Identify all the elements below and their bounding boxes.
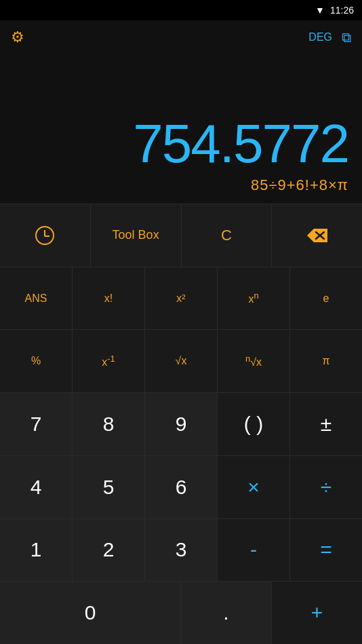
one-button[interactable]: 1 — [0, 519, 73, 582]
three-label: 3 — [176, 538, 187, 561]
backspace-button[interactable] — [272, 204, 362, 267]
zero-label: 0 — [85, 601, 96, 624]
five-label: 5 — [103, 476, 115, 499]
top-bar: ⚙ DEG ⧉ — [0, 20, 362, 54]
divide-button[interactable]: ÷ — [290, 456, 362, 518]
two-button[interactable]: 2 — [73, 519, 145, 582]
history-button[interactable] — [0, 204, 91, 267]
pi-label: π — [322, 355, 329, 367]
plusminus-button[interactable]: ± — [290, 393, 362, 455]
toolbox-button[interactable]: Tool Box — [91, 204, 182, 267]
multiply-label: × — [247, 476, 260, 499]
divide-label: ÷ — [321, 476, 331, 499]
expression: 85÷9+6!+8×π — [251, 176, 348, 194]
percent-button[interactable]: % — [0, 330, 73, 392]
clear-label: C — [221, 227, 232, 244]
eight-button[interactable]: 8 — [73, 393, 145, 455]
toolbox-row: Tool Box C — [0, 204, 362, 267]
wifi-icon: ▼ — [315, 5, 325, 16]
zero-button[interactable]: 0 — [0, 582, 181, 644]
percent-label: % — [31, 355, 41, 367]
seven-label: 7 — [31, 413, 42, 436]
factorial-label: x! — [104, 292, 113, 305]
plusminus-label: ± — [321, 413, 331, 436]
gear-icon[interactable]: ⚙ — [11, 29, 24, 46]
main-result: 754.5772 — [133, 117, 348, 171]
display-area: 754.5772 85÷9+6!+8×π — [0, 54, 362, 204]
decimal-label: . — [223, 601, 228, 624]
sqrt-label: √x — [176, 355, 187, 367]
clear-button[interactable]: C — [182, 204, 273, 267]
factorial-button[interactable]: x! — [73, 267, 145, 330]
minus-label: - — [250, 538, 257, 561]
four-label: 4 — [31, 476, 42, 499]
seven-button[interactable]: 7 — [0, 393, 73, 455]
status-bar: ▼ 11:26 — [0, 0, 362, 20]
equals-label: = — [320, 538, 332, 561]
six-button[interactable]: 6 — [145, 456, 218, 518]
toolbox-label: Tool Box — [113, 228, 159, 242]
svg-marker-0 — [307, 229, 327, 242]
eight-label: 8 — [103, 413, 115, 436]
row-percent: % x-1 √x n√x π — [0, 329, 362, 392]
row-ans: ANS x! x² xn e — [0, 267, 362, 330]
euler-button[interactable]: e — [290, 267, 362, 330]
status-time: 11:26 — [330, 5, 354, 16]
plus-button[interactable]: + — [272, 582, 362, 644]
inverse-label: x-1 — [102, 354, 115, 368]
two-label: 2 — [103, 538, 115, 561]
three-button[interactable]: 3 — [145, 519, 218, 582]
squared-button[interactable]: x² — [145, 267, 218, 330]
decimal-button[interactable]: . — [181, 582, 272, 644]
multiply-button[interactable]: × — [218, 456, 290, 518]
power-label: xn — [248, 290, 258, 305]
paren-button[interactable]: ( ) — [218, 393, 290, 455]
nine-button[interactable]: 9 — [145, 393, 218, 455]
nthroot-button[interactable]: n√x — [218, 330, 290, 392]
six-label: 6 — [176, 476, 187, 499]
squared-label: x² — [176, 292, 185, 305]
equals-button[interactable]: = — [290, 519, 362, 582]
top-bar-right: DEG ⧉ — [308, 30, 351, 45]
power-button[interactable]: xn — [218, 267, 290, 330]
row-789: 7 8 9 ( ) ± — [0, 392, 362, 455]
row-123: 1 2 3 - = — [0, 518, 362, 582]
one-label: 1 — [31, 538, 42, 561]
backspace-icon — [306, 227, 329, 244]
four-button[interactable]: 4 — [0, 456, 73, 518]
row-456: 4 5 6 × ÷ — [0, 455, 362, 518]
history-icon — [35, 226, 54, 245]
five-button[interactable]: 5 — [73, 456, 145, 518]
minus-button[interactable]: - — [218, 519, 290, 582]
inverse-button[interactable]: x-1 — [73, 330, 145, 392]
ans-button[interactable]: ANS — [0, 267, 73, 330]
plus-label: + — [311, 601, 323, 624]
paren-label: ( ) — [244, 413, 263, 436]
pi-button[interactable]: π — [290, 330, 362, 392]
nthroot-label: n√x — [245, 354, 262, 368]
sqrt-button[interactable]: √x — [145, 330, 218, 392]
copy-icon[interactable]: ⧉ — [342, 30, 351, 45]
calculator-grid: Tool Box C ANS x! x² xn e — [0, 204, 362, 644]
row-0: 0 . + — [0, 581, 362, 644]
euler-label: e — [323, 292, 329, 305]
deg-label[interactable]: DEG — [308, 31, 332, 43]
ans-label: ANS — [25, 292, 47, 305]
nine-label: 9 — [176, 413, 187, 436]
